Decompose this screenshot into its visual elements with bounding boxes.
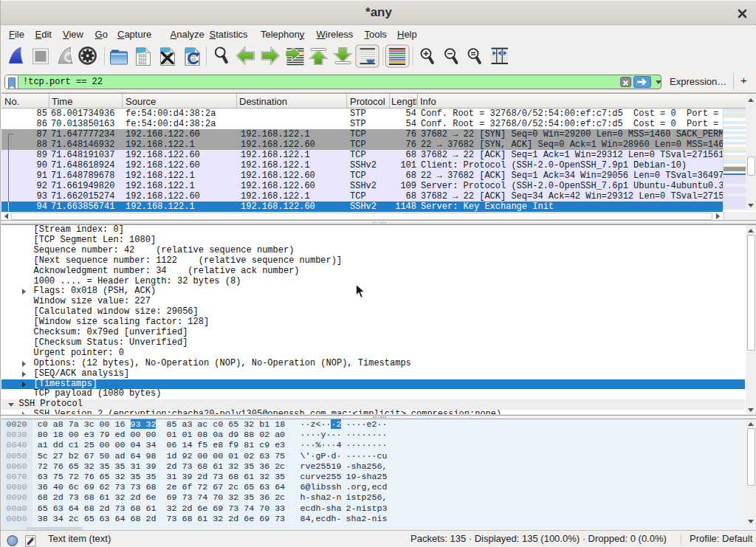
svg-text:0011: 0011 [139, 61, 147, 65]
